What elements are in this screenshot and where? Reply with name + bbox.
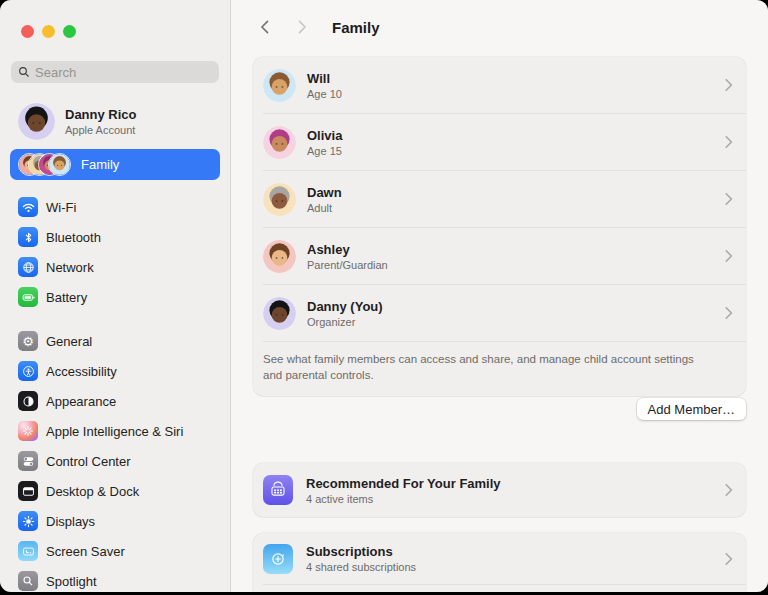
danny-avatar	[263, 297, 296, 330]
back-button[interactable]	[257, 17, 271, 37]
battery-icon	[18, 287, 38, 307]
page-header: Family	[257, 17, 380, 37]
chevron-right-icon	[725, 307, 733, 320]
accessibility-icon	[18, 361, 38, 381]
bluetooth-icon	[18, 227, 38, 247]
sidebar-family-label: Family	[81, 157, 119, 172]
family-avatar-4	[48, 153, 71, 176]
sidebar-item-spotlight[interactable]: Spotlight	[0, 566, 230, 592]
system-settings-window: Danny Rico Apple Account Family Wi-Fi	[0, 0, 768, 592]
chevron-right-icon	[725, 484, 733, 497]
wifi-icon	[18, 197, 38, 217]
sidebar: Danny Rico Apple Account Family Wi-Fi	[0, 0, 231, 592]
danny-avatar	[18, 103, 55, 140]
sidebar-item-screen-saver[interactable]: Screen Saver	[0, 536, 230, 566]
chevron-right-icon	[725, 79, 733, 92]
screen-saver-icon	[18, 541, 38, 561]
apple-account-item[interactable]: Danny Rico Apple Account	[18, 103, 230, 140]
sidebar-item-wifi[interactable]: Wi-Fi	[0, 192, 230, 222]
member-row-ashley[interactable]: Ashley Parent/Guardian	[253, 228, 746, 284]
window-controls	[0, 0, 230, 38]
recommended-row[interactable]: Recommended For Your Family 4 active ite…	[253, 463, 746, 517]
family-avatars-cluster	[18, 153, 71, 176]
close-window-button[interactable]	[21, 25, 34, 38]
add-member-button[interactable]: Add Member…	[637, 398, 746, 420]
sidebar-item-battery[interactable]: Battery	[0, 282, 230, 312]
chevron-right-icon	[725, 552, 733, 565]
chevron-left-icon	[260, 20, 269, 34]
control-center-icon	[18, 451, 38, 471]
appearance-icon	[18, 391, 38, 411]
chevron-right-icon	[725, 136, 733, 149]
sidebar-item-network[interactable]: Network	[0, 252, 230, 282]
member-row-danny[interactable]: Danny (You) Organizer	[253, 285, 746, 341]
member-row-dawn[interactable]: Dawn Adult	[253, 171, 746, 227]
subscriptions-card: Subscriptions 4 shared subscriptions	[253, 533, 746, 592]
members-footer-text: See what family members can access and s…	[253, 342, 723, 396]
recommended-family-icon	[263, 475, 293, 505]
search-input[interactable]	[35, 65, 212, 80]
subscriptions-row[interactable]: Subscriptions 4 shared subscriptions	[253, 533, 746, 584]
spotlight-icon	[18, 571, 38, 591]
sidebar-item-control-center[interactable]: Control Center	[0, 446, 230, 476]
dawn-avatar	[263, 183, 296, 216]
sidebar-item-accessibility[interactable]: Accessibility	[0, 356, 230, 386]
chevron-right-icon	[725, 250, 733, 263]
sidebar-nav: Wi-Fi Bluetooth Network Battery	[0, 192, 230, 592]
olivia-avatar	[263, 126, 296, 159]
member-row-olivia[interactable]: Olivia Age 15	[253, 114, 746, 170]
chevron-right-icon	[298, 20, 307, 34]
sidebar-item-bluetooth[interactable]: Bluetooth	[0, 222, 230, 252]
sun-icon	[18, 511, 38, 531]
globe-icon	[18, 257, 38, 277]
recommended-card: Recommended For Your Family 4 active ite…	[253, 463, 746, 517]
sidebar-item-apple-intelligence-siri[interactable]: Apple Intelligence & Siri	[0, 416, 230, 446]
content-pane: Family Will Age 10 Olivia Age 15	[231, 0, 768, 592]
will-avatar	[263, 69, 296, 102]
minimize-window-button[interactable]	[42, 25, 55, 38]
account-name: Danny Rico	[65, 107, 137, 122]
member-row-will[interactable]: Will Age 10	[253, 57, 746, 113]
divider	[263, 584, 746, 585]
apple-intelligence-icon	[18, 421, 38, 441]
sidebar-item-desktop-dock[interactable]: Desktop & Dock	[0, 476, 230, 506]
search-icon	[18, 66, 30, 78]
sidebar-item-displays[interactable]: Displays	[0, 506, 230, 536]
zoom-window-button[interactable]	[63, 25, 76, 38]
chevron-right-icon	[725, 193, 733, 206]
forward-button[interactable]	[295, 17, 309, 37]
ashley-avatar	[263, 240, 296, 273]
gear-icon: ⚙	[18, 331, 38, 351]
sidebar-item-general[interactable]: ⚙ General	[0, 326, 230, 356]
account-subtitle: Apple Account	[65, 124, 137, 136]
family-members-card: Will Age 10 Olivia Age 15 Dawn Adu	[253, 57, 746, 396]
desktop-dock-icon	[18, 481, 38, 501]
subscriptions-icon	[263, 544, 293, 574]
sidebar-item-appearance[interactable]: Appearance	[0, 386, 230, 416]
page-title: Family	[332, 19, 380, 36]
sidebar-item-family[interactable]: Family	[10, 149, 220, 180]
search-field[interactable]	[11, 61, 219, 83]
